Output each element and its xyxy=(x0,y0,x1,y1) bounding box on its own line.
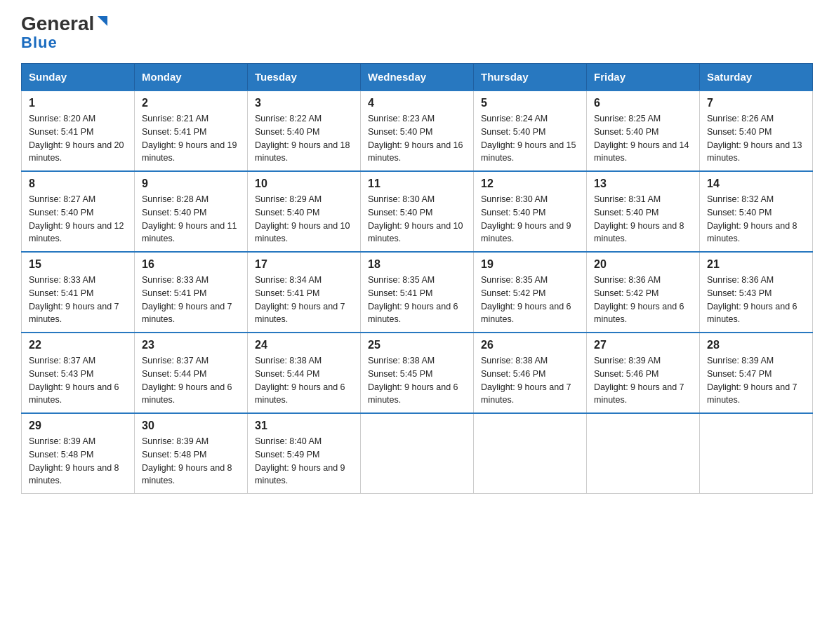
calendar-header-thursday: Thursday xyxy=(474,64,587,91)
calendar-cell: 14 Sunrise: 8:32 AMSunset: 5:40 PMDaylig… xyxy=(700,171,813,252)
day-info: Sunrise: 8:38 AMSunset: 5:46 PMDaylight:… xyxy=(481,356,571,405)
day-number: 9 xyxy=(142,177,240,190)
day-number: 19 xyxy=(481,258,579,271)
logo-general-text: General xyxy=(21,14,94,34)
day-number: 18 xyxy=(368,258,466,271)
logo-blue-text: Blue xyxy=(21,35,58,51)
calendar-cell: 22 Sunrise: 8:37 AMSunset: 5:43 PMDaylig… xyxy=(22,333,135,413)
day-info: Sunrise: 8:35 AMSunset: 5:41 PMDaylight:… xyxy=(368,275,458,324)
calendar-cell: 11 Sunrise: 8:30 AMSunset: 5:40 PMDaylig… xyxy=(361,171,474,252)
calendar-cell: 21 Sunrise: 8:36 AMSunset: 5:43 PMDaylig… xyxy=(700,252,813,333)
day-info: Sunrise: 8:21 AMSunset: 5:41 PMDaylight:… xyxy=(142,114,237,163)
day-number: 30 xyxy=(142,420,240,432)
day-number: 12 xyxy=(481,177,579,190)
day-number: 22 xyxy=(29,339,127,351)
calendar-cell xyxy=(474,413,587,494)
day-info: Sunrise: 8:37 AMSunset: 5:43 PMDaylight:… xyxy=(29,356,119,405)
day-info: Sunrise: 8:28 AMSunset: 5:40 PMDaylight:… xyxy=(142,194,237,243)
day-number: 15 xyxy=(29,258,127,271)
day-number: 4 xyxy=(368,97,466,109)
day-info: Sunrise: 8:36 AMSunset: 5:42 PMDaylight:… xyxy=(594,275,684,324)
day-info: Sunrise: 8:39 AMSunset: 5:47 PMDaylight:… xyxy=(707,356,797,405)
day-info: Sunrise: 8:25 AMSunset: 5:40 PMDaylight:… xyxy=(594,114,689,163)
day-info: Sunrise: 8:30 AMSunset: 5:40 PMDaylight:… xyxy=(368,194,463,243)
day-number: 20 xyxy=(594,258,692,271)
calendar-cell: 13 Sunrise: 8:31 AMSunset: 5:40 PMDaylig… xyxy=(587,171,700,252)
day-info: Sunrise: 8:33 AMSunset: 5:41 PMDaylight:… xyxy=(142,275,232,324)
day-info: Sunrise: 8:24 AMSunset: 5:40 PMDaylight:… xyxy=(481,114,576,163)
calendar-cell: 6 Sunrise: 8:25 AMSunset: 5:40 PMDayligh… xyxy=(587,90,700,171)
day-info: Sunrise: 8:38 AMSunset: 5:44 PMDaylight:… xyxy=(255,356,345,405)
day-info: Sunrise: 8:39 AMSunset: 5:48 PMDaylight:… xyxy=(29,436,119,485)
day-info: Sunrise: 8:22 AMSunset: 5:40 PMDaylight:… xyxy=(255,114,350,163)
day-number: 27 xyxy=(594,339,692,351)
day-info: Sunrise: 8:37 AMSunset: 5:44 PMDaylight:… xyxy=(142,356,232,405)
svg-marker-0 xyxy=(98,16,107,26)
day-info: Sunrise: 8:31 AMSunset: 5:40 PMDaylight:… xyxy=(594,194,684,243)
calendar-cell: 25 Sunrise: 8:38 AMSunset: 5:45 PMDaylig… xyxy=(361,333,474,413)
day-info: Sunrise: 8:29 AMSunset: 5:40 PMDaylight:… xyxy=(255,194,350,243)
calendar-cell: 9 Sunrise: 8:28 AMSunset: 5:40 PMDayligh… xyxy=(135,171,248,252)
day-number: 29 xyxy=(29,420,127,432)
calendar-cell: 2 Sunrise: 8:21 AMSunset: 5:41 PMDayligh… xyxy=(135,90,248,171)
day-number: 31 xyxy=(255,420,353,432)
calendar-header-wednesday: Wednesday xyxy=(361,64,474,91)
calendar-header-monday: Monday xyxy=(135,64,248,91)
calendar-cell xyxy=(587,413,700,494)
day-info: Sunrise: 8:27 AMSunset: 5:40 PMDaylight:… xyxy=(29,194,124,243)
calendar-cell: 30 Sunrise: 8:39 AMSunset: 5:48 PMDaylig… xyxy=(135,413,248,494)
day-number: 5 xyxy=(481,97,579,109)
calendar-week-row: 8 Sunrise: 8:27 AMSunset: 5:40 PMDayligh… xyxy=(22,171,813,252)
calendar-cell: 16 Sunrise: 8:33 AMSunset: 5:41 PMDaylig… xyxy=(135,252,248,333)
calendar-cell: 24 Sunrise: 8:38 AMSunset: 5:44 PMDaylig… xyxy=(248,333,361,413)
day-info: Sunrise: 8:39 AMSunset: 5:48 PMDaylight:… xyxy=(142,436,232,485)
day-info: Sunrise: 8:38 AMSunset: 5:45 PMDaylight:… xyxy=(368,356,458,405)
day-info: Sunrise: 8:23 AMSunset: 5:40 PMDaylight:… xyxy=(368,114,463,163)
day-number: 2 xyxy=(142,97,240,109)
calendar-header-sunday: Sunday xyxy=(22,64,135,91)
calendar-cell xyxy=(361,413,474,494)
day-number: 1 xyxy=(29,97,127,109)
calendar-cell: 1 Sunrise: 8:20 AMSunset: 5:41 PMDayligh… xyxy=(22,90,135,171)
calendar-cell: 12 Sunrise: 8:30 AMSunset: 5:40 PMDaylig… xyxy=(474,171,587,252)
day-number: 26 xyxy=(481,339,579,351)
day-number: 25 xyxy=(368,339,466,351)
calendar-week-row: 15 Sunrise: 8:33 AMSunset: 5:41 PMDaylig… xyxy=(22,252,813,333)
day-number: 11 xyxy=(368,177,466,190)
day-number: 3 xyxy=(255,97,353,109)
calendar-header-tuesday: Tuesday xyxy=(248,64,361,91)
calendar-cell: 20 Sunrise: 8:36 AMSunset: 5:42 PMDaylig… xyxy=(587,252,700,333)
calendar-table: SundayMondayTuesdayWednesdayThursdayFrid… xyxy=(21,63,813,494)
calendar-cell: 23 Sunrise: 8:37 AMSunset: 5:44 PMDaylig… xyxy=(135,333,248,413)
calendar-week-row: 22 Sunrise: 8:37 AMSunset: 5:43 PMDaylig… xyxy=(22,333,813,413)
calendar-cell: 19 Sunrise: 8:35 AMSunset: 5:42 PMDaylig… xyxy=(474,252,587,333)
logo-arrow-icon xyxy=(95,15,110,30)
calendar-header-saturday: Saturday xyxy=(700,64,813,91)
calendar-cell: 5 Sunrise: 8:24 AMSunset: 5:40 PMDayligh… xyxy=(474,90,587,171)
calendar-cell: 15 Sunrise: 8:33 AMSunset: 5:41 PMDaylig… xyxy=(22,252,135,333)
day-info: Sunrise: 8:26 AMSunset: 5:40 PMDaylight:… xyxy=(707,114,802,163)
day-number: 8 xyxy=(29,177,127,190)
calendar-cell: 27 Sunrise: 8:39 AMSunset: 5:46 PMDaylig… xyxy=(587,333,700,413)
calendar-cell: 28 Sunrise: 8:39 AMSunset: 5:47 PMDaylig… xyxy=(700,333,813,413)
day-info: Sunrise: 8:34 AMSunset: 5:41 PMDaylight:… xyxy=(255,275,345,324)
day-number: 17 xyxy=(255,258,353,271)
calendar-cell: 26 Sunrise: 8:38 AMSunset: 5:46 PMDaylig… xyxy=(474,333,587,413)
day-info: Sunrise: 8:20 AMSunset: 5:41 PMDaylight:… xyxy=(29,114,124,163)
day-info: Sunrise: 8:33 AMSunset: 5:41 PMDaylight:… xyxy=(29,275,119,324)
logo: General Blue xyxy=(21,14,110,51)
calendar-cell: 31 Sunrise: 8:40 AMSunset: 5:49 PMDaylig… xyxy=(248,413,361,494)
calendar-header-friday: Friday xyxy=(587,64,700,91)
calendar-header-row: SundayMondayTuesdayWednesdayThursdayFrid… xyxy=(22,64,813,91)
calendar-week-row: 1 Sunrise: 8:20 AMSunset: 5:41 PMDayligh… xyxy=(22,90,813,171)
day-info: Sunrise: 8:39 AMSunset: 5:46 PMDaylight:… xyxy=(594,356,684,405)
day-info: Sunrise: 8:30 AMSunset: 5:40 PMDaylight:… xyxy=(481,194,571,243)
day-info: Sunrise: 8:35 AMSunset: 5:42 PMDaylight:… xyxy=(481,275,571,324)
calendar-cell: 18 Sunrise: 8:35 AMSunset: 5:41 PMDaylig… xyxy=(361,252,474,333)
day-number: 10 xyxy=(255,177,353,190)
calendar-week-row: 29 Sunrise: 8:39 AMSunset: 5:48 PMDaylig… xyxy=(22,413,813,494)
calendar-cell: 3 Sunrise: 8:22 AMSunset: 5:40 PMDayligh… xyxy=(248,90,361,171)
calendar-cell: 8 Sunrise: 8:27 AMSunset: 5:40 PMDayligh… xyxy=(22,171,135,252)
calendar-cell: 29 Sunrise: 8:39 AMSunset: 5:48 PMDaylig… xyxy=(22,413,135,494)
day-number: 7 xyxy=(707,97,805,109)
